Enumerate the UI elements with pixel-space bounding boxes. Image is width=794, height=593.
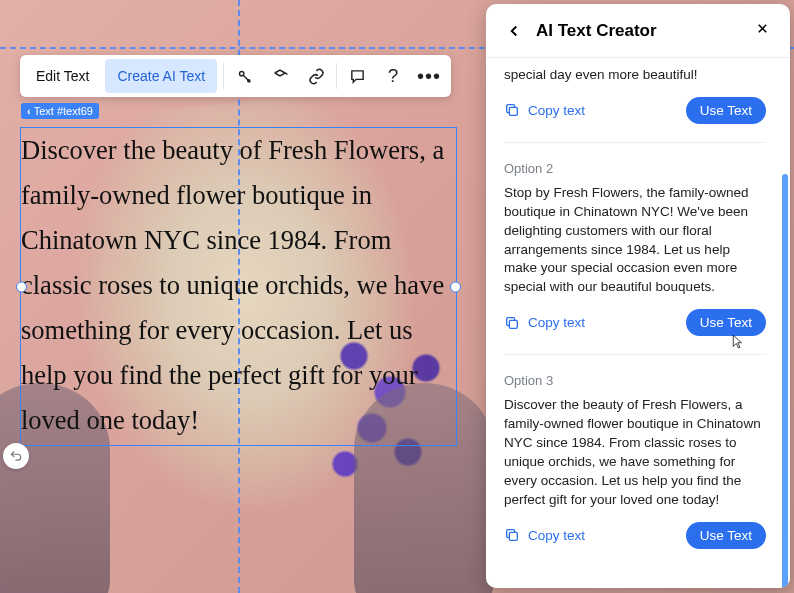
layout-icon[interactable]	[262, 59, 298, 93]
option-label: Option 3	[504, 373, 766, 388]
copy-text-label: Copy text	[528, 103, 585, 118]
copy-text-label: Copy text	[528, 528, 585, 543]
comment-icon[interactable]	[339, 59, 375, 93]
panel-header: AI Text Creator	[486, 4, 790, 58]
use-text-button[interactable]: Use Text	[686, 97, 766, 124]
use-text-button[interactable]: Use Text	[686, 309, 766, 336]
svg-rect-4	[509, 532, 517, 540]
help-icon[interactable]: ?	[375, 59, 411, 93]
undo-button[interactable]	[3, 443, 29, 469]
ai-text-creator-panel: AI Text Creator special day even more be…	[486, 4, 790, 588]
option-text: special day even more beautiful!	[504, 66, 766, 85]
close-button[interactable]	[750, 19, 774, 43]
use-text-button[interactable]: Use Text	[686, 522, 766, 549]
panel-scrollbar[interactable]	[782, 174, 788, 588]
option-divider	[504, 354, 766, 355]
svg-rect-3	[509, 320, 517, 328]
option-text: Stop by Fresh Flowers, the family-owned …	[504, 184, 766, 297]
copy-text-button[interactable]: Copy text	[504, 315, 585, 331]
svg-point-1	[247, 79, 249, 81]
editor-canvas[interactable]: Edit Text Create AI Text ? ••• Text #tex…	[0, 0, 794, 593]
back-button[interactable]	[502, 19, 526, 43]
copy-text-button[interactable]: Copy text	[504, 527, 585, 543]
animation-icon[interactable]	[226, 59, 262, 93]
element-toolbar: Edit Text Create AI Text ? •••	[20, 55, 451, 97]
element-id-badge[interactable]: Text #text69	[21, 103, 99, 119]
toolbar-separator	[223, 63, 224, 89]
more-icon[interactable]: •••	[411, 59, 447, 93]
edit-text-button[interactable]: Edit Text	[24, 59, 101, 93]
toolbar-separator	[336, 63, 337, 89]
panel-title: AI Text Creator	[536, 21, 657, 41]
selected-text-element[interactable]: Discover the beauty of Fresh Flowers, a …	[21, 128, 456, 445]
svg-rect-2	[509, 108, 517, 116]
link-icon[interactable]	[298, 59, 334, 93]
svg-point-0	[239, 71, 243, 75]
panel-body[interactable]: special day even more beautiful! Copy te…	[486, 58, 790, 588]
create-ai-text-button[interactable]: Create AI Text	[105, 59, 217, 93]
text-content[interactable]: Discover the beauty of Fresh Flowers, a …	[21, 128, 456, 443]
option-text: Discover the beauty of Fresh Flowers, a …	[504, 396, 766, 509]
option-label: Option 2	[504, 161, 766, 176]
copy-text-button[interactable]: Copy text	[504, 102, 585, 118]
copy-text-label: Copy text	[528, 315, 585, 330]
option-divider	[504, 142, 766, 143]
